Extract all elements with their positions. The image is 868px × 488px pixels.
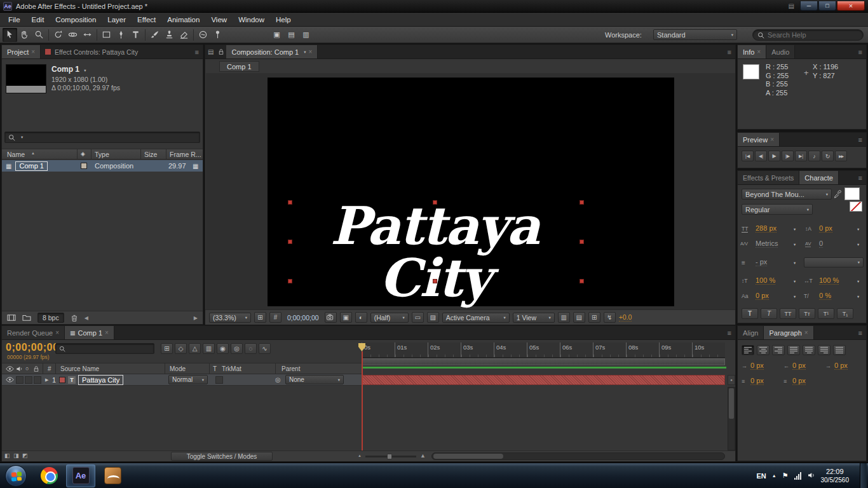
last-frame-icon[interactable]: ▶|: [795, 151, 807, 161]
column-frame-rate[interactable]: Frame R...: [170, 151, 201, 158]
chevron-down-icon[interactable]: ▾: [794, 261, 796, 266]
menu-window[interactable]: Window: [233, 16, 270, 24]
brainstorm-icon[interactable]: ◎: [231, 343, 243, 354]
fast-previews-icon[interactable]: ↯: [604, 312, 616, 323]
first-frame-icon[interactable]: |◀: [742, 151, 754, 161]
magnification-dropdown[interactable]: (33.3%)▾: [209, 313, 251, 323]
row-name[interactable]: Comp 1: [15, 161, 48, 171]
lock-cell[interactable]: [34, 376, 41, 384]
ram-preview-icon[interactable]: ▶▶: [835, 151, 847, 161]
audio-icon[interactable]: [16, 365, 23, 374]
toggle-switches-modes-button[interactable]: Toggle Switches / Modes: [171, 452, 273, 461]
baseline-shift-value[interactable]: 0 px: [756, 292, 769, 300]
comp-viewport[interactable]: Pattaya City: [206, 73, 735, 309]
maximize-button[interactable]: □: [818, 1, 836, 11]
stroke-color-swatch[interactable]: [850, 201, 862, 212]
comp-timecode[interactable]: 0;00;00;00: [285, 314, 322, 322]
comp-marker-bin-button[interactable]: ●: [728, 375, 735, 385]
brush-tool[interactable]: [147, 28, 162, 42]
close-icon[interactable]: ×: [105, 329, 109, 336]
interpret-footage-icon[interactable]: [7, 314, 16, 322]
new-folder-icon[interactable]: [22, 314, 31, 322]
scrollbar-thumb[interactable]: [729, 388, 734, 419]
first-line-indent-value[interactable]: 0 px: [834, 362, 848, 370]
current-timecode[interactable]: 0;00;00;00: [6, 342, 58, 353]
project-search[interactable]: ▾: [4, 132, 200, 143]
transparency-grid-icon[interactable]: ▨: [427, 312, 439, 323]
panel-dock-icon[interactable]: ▤: [789, 3, 794, 10]
hand-tool[interactable]: [17, 28, 32, 42]
panel-menu-icon[interactable]: ≡: [724, 326, 735, 339]
layer-name[interactable]: Pattaya City: [78, 375, 123, 385]
column-t[interactable]: T: [213, 365, 217, 372]
camera-tool[interactable]: [65, 28, 80, 42]
hide-shy-icon[interactable]: △: [189, 343, 201, 354]
tab-audio[interactable]: Audio: [766, 45, 795, 58]
start-button[interactable]: [5, 465, 27, 487]
audio-toggle-icon[interactable]: ♪: [808, 151, 820, 161]
expand-switches-icon[interactable]: ◧: [4, 452, 10, 459]
lock-icon[interactable]: [33, 365, 39, 374]
trkmat-cell[interactable]: [215, 376, 223, 384]
taskbar-chrome-button[interactable]: [34, 464, 64, 487]
label-color-chip[interactable]: [81, 163, 87, 169]
volume-icon[interactable]: [807, 471, 815, 480]
panel-menu-icon[interactable]: ≡: [855, 326, 866, 339]
help-search-input[interactable]: [768, 31, 850, 39]
work-area-bar[interactable]: [362, 358, 725, 365]
timeline-search[interactable]: [55, 343, 154, 354]
tab-info[interactable]: Info×: [738, 45, 766, 58]
faux-bold-button[interactable]: T: [742, 308, 758, 319]
safe-zones-icon[interactable]: ⊞: [254, 312, 266, 323]
layer-duration-bar[interactable]: [362, 375, 725, 385]
chevron-down-icon[interactable]: ▾: [794, 279, 796, 284]
chevron-down-icon[interactable]: ▾: [857, 242, 859, 247]
search-filter-caret[interactable]: ▾: [21, 135, 23, 140]
column-size[interactable]: Size: [144, 151, 157, 158]
lock-icon[interactable]: [216, 45, 226, 58]
tab-align[interactable]: Align: [738, 326, 764, 339]
tab-timeline-comp[interactable]: ▦Comp 1×: [65, 326, 114, 339]
view-layout-dropdown[interactable]: 1 View▾: [513, 313, 555, 323]
timeline-vertical-scrollbar[interactable]: [728, 387, 735, 451]
eye-icon[interactable]: [6, 365, 14, 374]
close-icon[interactable]: ×: [804, 329, 808, 336]
column-name[interactable]: Name: [7, 151, 25, 158]
comp-name[interactable]: Comp 1 ▾: [51, 65, 86, 74]
all-caps-button[interactable]: TT: [780, 308, 796, 319]
superscript-button[interactable]: T¹: [818, 308, 834, 319]
zoom-tool[interactable]: [32, 28, 46, 42]
rotation-tool[interactable]: [51, 28, 65, 42]
scroll-left-icon[interactable]: ◀: [85, 315, 88, 321]
chevron-down-icon[interactable]: ▾: [857, 227, 859, 232]
close-icon[interactable]: ×: [770, 136, 774, 143]
layer-label-chip[interactable]: [59, 377, 65, 383]
action-center-icon[interactable]: ⚑: [782, 471, 789, 480]
subscript-button[interactable]: T₁: [837, 308, 853, 319]
panel-menu-icon[interactable]: ≡: [724, 45, 735, 58]
menu-effect[interactable]: Effect: [132, 16, 161, 24]
taskbar-after-effects-button[interactable]: Ae: [66, 464, 95, 487]
mini-flowchart-icon[interactable]: ⊞: [161, 343, 173, 354]
trash-icon[interactable]: [71, 314, 78, 322]
mask-shape-tool[interactable]: [99, 28, 114, 42]
tab-render-queue[interactable]: Render Queue×: [2, 326, 65, 339]
indent-right-value[interactable]: 0 px: [792, 362, 806, 370]
horizontal-scale-value[interactable]: 100 %: [819, 276, 839, 285]
column-parent[interactable]: Parent: [281, 365, 300, 372]
expand-inout-icon[interactable]: ◩: [22, 452, 28, 459]
align-right-button[interactable]: [772, 345, 785, 355]
comp-thumbnail[interactable]: [6, 64, 46, 93]
pen-tool[interactable]: [114, 28, 128, 42]
small-caps-button[interactable]: Tт: [799, 308, 815, 319]
help-search[interactable]: [752, 29, 864, 41]
vertical-scale-value[interactable]: 100 %: [756, 276, 775, 285]
pick-whip-icon[interactable]: ◎: [275, 376, 281, 383]
chevron-down-icon[interactable]: ▾: [794, 294, 796, 299]
stroke-style-dropdown[interactable]: ▾: [804, 257, 864, 268]
chevron-down-icon[interactable]: ▾: [857, 279, 859, 284]
loop-toggle-icon[interactable]: ↻: [822, 151, 834, 161]
column-type[interactable]: Type: [95, 151, 109, 158]
time-ruler[interactable]: 0s 01s 02s 03s 04s 05s 06s 07s 08s 09s 1…: [362, 342, 725, 358]
eyedropper-icon[interactable]: [833, 190, 841, 200]
